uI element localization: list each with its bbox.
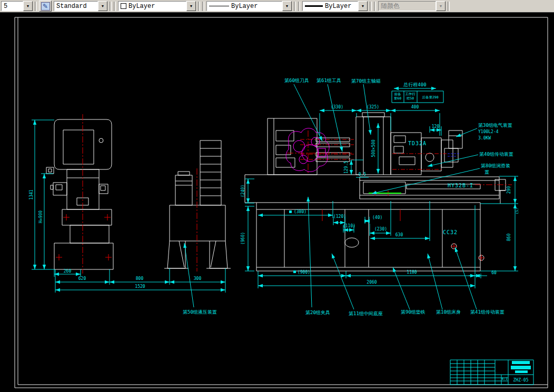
lineweight-sample-icon [305,5,323,7]
toolbar-separator [294,2,296,11]
chevron-down-icon[interactable]: ▼ [23,1,33,11]
stroke-table-col2: 工作行 [405,92,416,96]
electric-wire-lines [448,154,459,156]
label-group80-lubrication: 置 [484,169,489,175]
toolbar-separator [374,2,376,11]
dim-300: 300 [194,276,202,281]
label-group80-lubrication: 第80组润滑装 [481,163,510,168]
title-block-drawing-number: ZHZ-05 [513,378,529,383]
plotstyle-combo-value: 随颜色 [378,1,436,11]
style-combo[interactable]: Standard ▼ [54,1,107,11]
dim-325: (325) [367,105,379,109]
lineweight-combo[interactable]: ByLayer ▼ [302,1,368,11]
dim-5: (5) [515,208,519,214]
dim-630: 630 [395,233,403,237]
stroke-table-col3: 后备量290 [422,95,438,99]
label-group10-bed: 第10组床身 [436,309,461,315]
label-group40-transmission: 第40组传动装置 [479,152,513,157]
stroke-table-col1: 量60 [394,96,401,100]
dim-110: (110) [343,224,355,228]
layer-combo[interactable]: 5 ▼ [1,1,33,11]
chevron-down-icon[interactable]: ▼ [282,1,292,11]
pencil-icon: ✎ [41,2,50,11]
middle-view-geometry [164,140,231,272]
dim-60: 60 [491,270,497,275]
label-group30-electric: 第30组电气装置 [478,123,512,128]
color-swatch-icon [121,3,126,9]
color-combo[interactable]: ByLayer ▼ [118,1,196,11]
datum-square [293,270,296,273]
color-combo-value: ByLayer [118,1,186,11]
label-group20-fixture: 第20组夹具 [305,310,330,315]
linetype-combo-value: ByLayer [206,1,282,11]
label-group90-shim: 第90组垫铁 [401,309,426,315]
dim-0-5: 0.5 [359,172,367,177]
dim-330: (330) [331,105,343,109]
dim-260: 260 [64,269,72,274]
gear-cluster-highlight [286,128,329,172]
chevron-down-icon: ▼ [436,1,446,11]
label-motor-power: 3.0KW [478,136,491,140]
dim-2060: 2060 [367,280,377,285]
label-group50-hydraulic: 第50组液压装置 [183,309,217,315]
toolbar-separator [114,2,116,11]
toolbar-separator [35,2,37,11]
title-block: 4:1 ZHZ-05 [450,360,533,385]
title-block-bar [512,361,530,364]
label-unit-hy32b: HY32B-I [448,183,473,188]
chevron-down-icon[interactable]: ▼ [358,1,368,11]
label-motor-model: Y100L2-4 [478,129,499,134]
callout-labels: 第60组刀具 第61组工具 第70组主轴箱 第30组电气装置 Y100L2-4 … [183,78,513,316]
dim-1180: 1180 [407,270,417,275]
text-style-button[interactable]: ✎ [39,1,52,12]
label-group61-tools: 第61组工具 [316,78,341,83]
stroke-table-col2: 程50 [407,96,414,100]
title-block-scale: 4:1 [501,377,508,381]
dim-129-5: 129.5 [344,161,349,174]
dim-1341: 1341 [29,189,34,199]
style-combo-value: Standard [54,1,98,11]
dim-900: (900) [298,270,310,275]
lineweight-combo-value: ByLayer [302,1,358,11]
title-block-bar [515,370,528,373]
datum-square [289,210,292,213]
toolbar-separator [448,2,450,11]
dim-40: (40) [372,215,382,220]
dim-960: (960) [241,232,245,245]
linetype-combo[interactable]: ByLayer ▼ [206,1,292,11]
dim-620: 620 [78,276,86,281]
chevron-down-icon[interactable]: ▼ [186,1,196,11]
label-group11-middle-base: 第11组中间底座 [349,311,383,316]
stroke-table: 总行程400 前备 量60 工作行 程50 后备量290 [392,82,443,103]
toolbar-separator [198,2,200,11]
toolbar: 5 ▼ ✎ Standard ▼ ByLayer ▼ ByLayer ▼ ByL… [0,0,554,13]
dim-240: (240) [241,185,245,197]
label-group41-transmission: 第41组传动装置 [470,309,504,315]
toolbar-separator [110,2,112,11]
dim-400: 400 [411,105,419,109]
linetype-sample-icon [209,6,229,6]
left-view-geometry [46,114,113,274]
toolbar-separator [370,2,372,11]
toolbar-separator [202,2,204,11]
chevron-down-icon[interactable]: ▼ [98,1,107,11]
dim-800: 800 [136,276,144,281]
dim-860: 860 [507,234,511,242]
dim-h900: H=900 [38,210,43,223]
dim-380: (380) [294,209,306,214]
dim-1520: 1520 [135,284,145,289]
label-unit-td32a: TD32A [408,140,427,146]
stroke-table-title: 总行程400 [403,82,426,87]
label-unit-cc32: CC32 [443,229,458,235]
label-group70-spindle-box: 第70组主轴箱 [351,78,381,84]
dim-230: (230) [374,227,387,232]
label-group60-tools: 第60组刀具 [284,78,309,83]
dim-120b: (120) [333,214,346,219]
dim-290: 290 [507,186,511,194]
drawing-canvas[interactable]: 总行程400 前备 量60 工作行 程50 后备量290 (330) (325)… [0,13,554,392]
stroke-table-col1: 前备 [394,92,402,96]
toolbar-separator [298,2,300,11]
dim-500x500: 500×500 [371,139,376,157]
title-block-bar [511,366,531,369]
cad-drawing: 总行程400 前备 量60 工作行 程50 后备量290 (330) (325)… [0,13,554,392]
